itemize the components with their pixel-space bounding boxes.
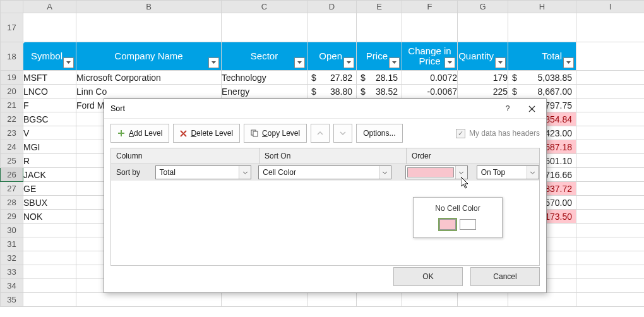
cell-symbol[interactable]: MGI (23, 140, 76, 154)
cell-change[interactable]: 0.0072 (402, 71, 458, 85)
cell[interactable] (576, 196, 645, 210)
col-header-A[interactable]: A (23, 1, 76, 13)
filter-button[interactable] (389, 57, 400, 68)
cell[interactable] (576, 126, 645, 140)
cell[interactable] (576, 251, 645, 265)
row-header-20[interactable]: 20 (1, 85, 23, 99)
cell-company[interactable]: Linn Co (76, 85, 222, 99)
col-header-G[interactable]: G (458, 1, 508, 13)
hdr-open[interactable]: Open (307, 42, 357, 71)
row-header-33[interactable]: 33 (1, 265, 23, 279)
cell[interactable] (576, 112, 645, 126)
row-header-27[interactable]: 27 (1, 182, 23, 196)
cell[interactable] (76, 293, 222, 307)
col-header-E[interactable]: E (357, 1, 402, 13)
hdr-change[interactable]: Change in Price (402, 42, 458, 71)
hdr-sector[interactable]: Sector (222, 42, 307, 71)
cell-symbol[interactable]: NOK (23, 210, 76, 224)
cell-symbol[interactable]: SBUX (23, 196, 76, 210)
cell-price[interactable]: $38.52 (357, 85, 402, 99)
cell[interactable] (576, 85, 645, 99)
filter-button[interactable] (208, 57, 219, 68)
no-cell-color-option[interactable]: No Cell Color (419, 204, 497, 213)
move-down-button[interactable] (333, 124, 352, 143)
cell[interactable] (357, 13, 402, 42)
help-button[interactable]: ? (496, 100, 520, 117)
cell[interactable] (307, 13, 357, 42)
row-header-32[interactable]: 32 (1, 251, 23, 265)
cell[interactable] (23, 251, 76, 265)
cell-price[interactable]: $28.15 (357, 71, 402, 85)
row-header-23[interactable]: 23 (1, 126, 23, 140)
hdr-company[interactable]: Company Name (76, 42, 222, 71)
hdr-qty[interactable]: Quantity (458, 42, 508, 71)
cell-symbol[interactable]: GE (23, 182, 76, 196)
copy-level-button[interactable]: Copy Level (244, 124, 307, 143)
col-header-D[interactable]: D (307, 1, 357, 13)
cell-sector[interactable]: Technology (222, 71, 307, 85)
headers-checkbox[interactable]: ✓ My data has headers (456, 129, 540, 138)
cell[interactable] (222, 293, 307, 307)
cell[interactable] (576, 279, 645, 293)
filter-button[interactable] (294, 57, 305, 68)
row-header-21[interactable]: 21 (1, 99, 23, 112)
cell-open[interactable]: $38.80 (307, 85, 357, 99)
cell-change[interactable]: -0.0067 (402, 85, 458, 99)
cell[interactable] (576, 265, 645, 279)
cell[interactable] (402, 293, 458, 307)
row-header-17[interactable]: 17 (1, 13, 23, 42)
cell-symbol[interactable]: MSFT (23, 71, 76, 85)
filter-button[interactable] (343, 57, 354, 68)
cell[interactable] (576, 210, 645, 224)
col-header-I[interactable]: I (576, 1, 645, 13)
row-header-18[interactable]: 18 (1, 42, 23, 71)
cell[interactable] (508, 293, 576, 307)
cell-total[interactable]: $5,038.85 (508, 71, 576, 85)
row-header-22[interactable]: 22 (1, 112, 23, 126)
cell-company[interactable]: Microsoft Corporation (76, 71, 222, 85)
cell[interactable] (576, 42, 645, 71)
cell[interactable] (23, 293, 76, 307)
cell-symbol[interactable]: LNCO (23, 85, 76, 99)
filter-button[interactable] (563, 57, 574, 68)
corner-cell[interactable] (1, 1, 23, 13)
cell[interactable] (576, 237, 645, 251)
order-position-combo[interactable]: On Top (477, 165, 539, 179)
cell-symbol[interactable]: BGSC (23, 112, 76, 126)
close-button[interactable] (520, 100, 544, 117)
cell[interactable] (23, 265, 76, 279)
add-level-button[interactable]: Add Level (110, 124, 169, 143)
cell[interactable] (576, 154, 645, 168)
row-header-34[interactable]: 34 (1, 279, 23, 293)
cell-qty[interactable]: 179 (458, 71, 508, 85)
cell-qty[interactable]: 225 (458, 85, 508, 99)
cell[interactable] (508, 13, 576, 42)
row-header-35[interactable]: 35 (1, 293, 23, 307)
sorton-combo[interactable]: Cell Color (258, 165, 391, 179)
color-popup[interactable]: No Cell Color (413, 197, 503, 238)
move-up-button[interactable] (311, 124, 330, 143)
sortby-combo[interactable]: Total (155, 165, 252, 179)
cell[interactable] (576, 71, 645, 85)
cell-symbol[interactable]: F (23, 99, 76, 112)
cell[interactable] (458, 13, 508, 42)
filter-button[interactable] (495, 57, 506, 68)
cell[interactable] (23, 224, 76, 237)
cell[interactable] (576, 293, 645, 307)
cell[interactable] (23, 237, 76, 251)
swatch-pink[interactable] (439, 219, 456, 230)
cell[interactable] (576, 168, 645, 182)
row-header-28[interactable]: 28 (1, 196, 23, 210)
cell[interactable] (23, 13, 76, 42)
cell[interactable] (576, 99, 645, 112)
row-header-26[interactable]: 26 (1, 168, 23, 182)
cell[interactable] (307, 293, 357, 307)
cell[interactable] (576, 13, 645, 42)
cell[interactable] (222, 13, 307, 42)
sort-row[interactable]: Sort by Total Cell Color On Top (111, 164, 539, 181)
options-button[interactable]: Options... (356, 124, 402, 143)
cell[interactable] (76, 13, 222, 42)
row-header-30[interactable]: 30 (1, 224, 23, 237)
cell-symbol[interactable]: R (23, 154, 76, 168)
filter-button[interactable] (444, 57, 455, 68)
